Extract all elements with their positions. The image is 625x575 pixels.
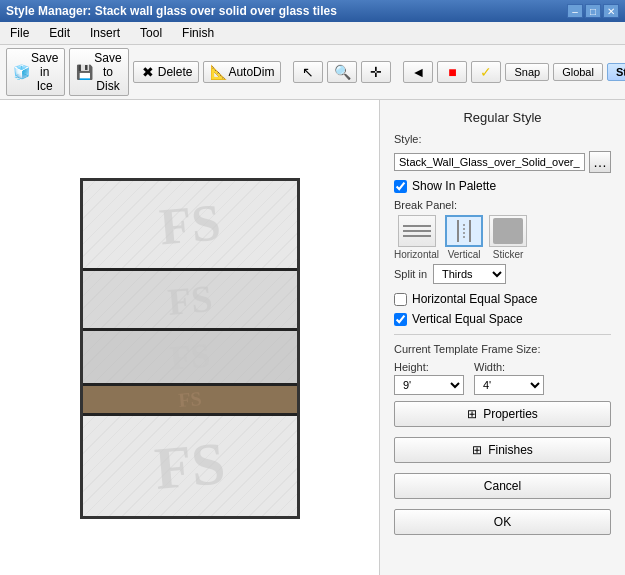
right-panel: Regular Style Style: … Show In Palette B… [380,100,625,575]
v-dot-3 [463,232,465,234]
width-select[interactable]: 4' [474,375,544,395]
height-select[interactable]: 9' [394,375,464,395]
horiz-equal-space-checkbox[interactable] [394,293,407,306]
cursor-tool[interactable]: ↖ [293,61,323,83]
section-1-label: FS [83,181,297,271]
search-tool[interactable]: 🔍 [327,61,357,83]
minimize-btn[interactable]: – [567,4,583,18]
break-vertical-label: Vertical [448,249,481,260]
break-sticker-label: Sticker [493,249,524,260]
menu-file[interactable]: File [4,24,35,42]
finishes-label: Finishes [488,443,533,457]
template-section: Current Template Frame Size: Height: 9' … [394,334,611,395]
close-btn[interactable]: ✕ [603,4,619,18]
properties-button[interactable]: ⊞ Properties [394,401,611,427]
section-4-label: FS [83,386,297,416]
break-sticker-item[interactable]: Sticker [489,215,527,260]
maximize-btn[interactable]: □ [585,4,601,18]
split-row: Split in Halves Thirds Quarters [394,264,611,284]
cancel-button[interactable]: Cancel [394,473,611,499]
menu-finish[interactable]: Finish [176,24,220,42]
delete-label: Delete [158,65,193,79]
style-button[interactable]: Style [607,63,625,81]
save-ice-icon: 🧊 [13,64,29,80]
break-vertical-icon [445,215,483,247]
show-in-palette-row: Show In Palette [394,179,611,193]
ok-label: OK [494,515,511,529]
save-disk-label: Save to Disk [94,51,121,93]
menu-bar: File Edit Insert Tool Finish [0,22,625,45]
split-select[interactable]: Halves Thirds Quarters [433,264,506,284]
v-line-2 [469,220,471,242]
vert-equal-space-label: Vertical Equal Space [412,312,523,326]
red-btn[interactable]: ■ [437,61,467,83]
window-controls[interactable]: – □ ✕ [567,4,619,18]
autodim-label: AutoDim [228,65,274,79]
tile-section-2: FS [83,271,297,331]
height-label: Height: [394,361,464,373]
style-label: Style: [394,133,444,145]
sticker-inner [493,218,523,244]
red-icon: ■ [444,64,460,80]
horiz-equal-space-row: Horizontal Equal Space [394,292,611,306]
style-browse-btn[interactable]: … [589,151,611,173]
break-sticker-icon [489,215,527,247]
nav-left-button[interactable]: ◄ [403,61,433,83]
menu-insert[interactable]: Insert [84,24,126,42]
ok-button[interactable]: OK [394,509,611,535]
preview-panel: FS FS FS FS FS [0,100,380,575]
menu-tool[interactable]: Tool [134,24,168,42]
break-panel-icons: Horizontal [394,215,611,260]
delete-button[interactable]: ✖ Delete [133,61,200,83]
style-input[interactable] [394,153,585,171]
width-label: Width: [474,361,544,373]
delete-icon: ✖ [140,64,156,80]
save-ice-label: Save in Ice [31,51,58,93]
h-line-1 [403,225,431,227]
section-5-label: FS [83,416,297,516]
snap-button[interactable]: Snap [505,63,549,81]
section-title: Regular Style [394,110,611,125]
h-line-3 [403,235,431,237]
autodim-button[interactable]: 📐 AutoDim [203,61,281,83]
autodim-icon: 📐 [210,64,226,80]
tile-section-1: FS [83,181,297,271]
show-in-palette-checkbox[interactable] [394,180,407,193]
vert-equal-space-checkbox[interactable] [394,313,407,326]
show-in-palette-label: Show In Palette [412,179,496,193]
template-label: Current Template Frame Size: [394,343,611,355]
move-tool[interactable]: ✛ [361,61,391,83]
tile-preview: FS FS FS FS FS [80,178,300,519]
toolbar: 🧊 Save in Ice 💾 Save to Disk ✖ Delete 📐 … [0,45,625,100]
save-to-disk-button[interactable]: 💾 Save to Disk [69,48,128,96]
break-horizontal-item[interactable]: Horizontal [394,215,439,260]
finishes-icon: ⊞ [472,443,482,457]
tile-section-3: FS [83,331,297,386]
toolbar-right-group: Snap Global Style [505,63,625,81]
break-panel-label: Break Panel: [394,199,611,211]
global-button[interactable]: Global [553,63,603,81]
tile-section-4: FS [83,386,297,416]
yellow-tool[interactable]: ✓ [471,61,501,83]
horiz-equal-space-label: Horizontal Equal Space [412,292,537,306]
move-icon: ✛ [368,64,384,80]
v-dot-2 [463,228,465,230]
v-line-1 [457,220,459,242]
properties-label: Properties [483,407,538,421]
break-horizontal-icon [398,215,436,247]
finishes-button[interactable]: ⊞ Finishes [394,437,611,463]
height-col: Height: 9' [394,361,464,395]
break-vertical-item[interactable]: Vertical [445,215,483,260]
yellow-icon: ✓ [478,64,494,80]
break-horizontal-label: Horizontal [394,249,439,260]
vert-equal-space-row: Vertical Equal Space [394,312,611,326]
menu-edit[interactable]: Edit [43,24,76,42]
cursor-icon: ↖ [300,64,316,80]
h-line-2 [403,230,431,232]
save-in-ice-button[interactable]: 🧊 Save in Ice [6,48,65,96]
size-row: Height: 9' Width: 4' [394,361,611,395]
search-icon: 🔍 [334,64,350,80]
break-panel-section: Break Panel: Horizontal [394,199,611,326]
save-disk-icon: 💾 [76,64,92,80]
style-field-row: Style: [394,133,611,145]
